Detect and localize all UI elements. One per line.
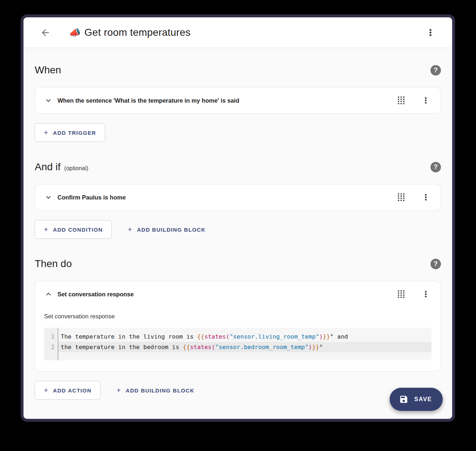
- code-text: The temperature in the living room is {{…: [58, 331, 432, 342]
- condition-card-header[interactable]: Confirm Paulus is home: [35, 184, 441, 210]
- code-line: 2 the temperature in the bedroom is {{st…: [44, 342, 432, 352]
- save-button[interactable]: SAVE: [390, 388, 443, 411]
- when-section-header: When ?: [35, 63, 441, 78]
- then-do-heading: Then do: [35, 258, 72, 270]
- kebab-menu-icon: [426, 28, 435, 37]
- overflow-menu-button[interactable]: [423, 25, 438, 40]
- page-title: Get room temperatures: [84, 27, 190, 38]
- add-condition-label: ADD CONDITION: [53, 227, 103, 233]
- add-trigger-button[interactable]: + ADD TRIGGER: [35, 123, 105, 142]
- plus-icon: +: [128, 226, 133, 233]
- then-do-help-icon[interactable]: ?: [430, 259, 441, 269]
- kebab-menu-icon: [421, 96, 430, 105]
- header-toolbar: 📣 Get room temperatures: [23, 17, 452, 48]
- plus-icon: +: [116, 386, 121, 394]
- trigger-menu-button[interactable]: [419, 94, 433, 107]
- optional-label: (optional): [64, 165, 89, 172]
- action-drag-handle[interactable]: [394, 287, 408, 301]
- add-building-block-label: ADD BUILDING BLOCK: [126, 387, 194, 394]
- add-condition-button[interactable]: + ADD CONDITION: [35, 220, 112, 239]
- and-if-heading: And if: [35, 161, 61, 173]
- trigger-expand-button[interactable]: [42, 94, 55, 107]
- arrow-back-icon: [40, 27, 51, 38]
- add-action-button[interactable]: + ADD ACTION: [35, 381, 100, 400]
- automation-emoji: 📣: [69, 28, 81, 37]
- chevron-up-icon: [44, 290, 53, 298]
- line-number: 1: [44, 331, 58, 342]
- editor-content: When ? When the sentence 'What is the te…: [23, 48, 452, 419]
- trigger-card: When the sentence 'What is the temperatu…: [35, 87, 441, 114]
- save-label: SAVE: [414, 396, 432, 403]
- action-collapse-button[interactable]: [42, 288, 55, 300]
- condition-card: Confirm Paulus is home: [35, 184, 441, 211]
- drag-handle-icon: [398, 96, 404, 104]
- kebab-menu-icon: [421, 290, 430, 298]
- condition-drag-handle[interactable]: [394, 190, 408, 204]
- condition-title: Confirm Paulus is home: [57, 194, 394, 201]
- when-heading: When: [35, 64, 61, 76]
- add-trigger-label: ADD TRIGGER: [53, 130, 96, 136]
- code-text: the temperature in the bedroom is {{stat…: [58, 342, 432, 352]
- response-field-label: Set conversation response: [35, 313, 441, 320]
- action-card-header[interactable]: Set conversation response: [35, 281, 441, 307]
- add-building-block-label: ADD BUILDING BLOCK: [137, 227, 206, 233]
- template-code-editor[interactable]: 1 The temperature in the living room is …: [44, 328, 432, 360]
- plus-icon: +: [44, 129, 49, 136]
- action-menu-button[interactable]: [419, 287, 433, 301]
- drag-handle-icon: [398, 193, 404, 201]
- kebab-menu-icon: [421, 193, 430, 202]
- add-building-block-button-conditions[interactable]: + ADD BUILDING BLOCK: [119, 220, 214, 239]
- back-button[interactable]: [38, 25, 52, 40]
- add-action-label: ADD ACTION: [53, 387, 92, 394]
- trigger-card-header[interactable]: When the sentence 'What is the temperatu…: [35, 87, 441, 113]
- add-building-block-button-actions[interactable]: + ADD BUILDING BLOCK: [108, 381, 203, 400]
- and-if-help-icon[interactable]: ?: [430, 162, 441, 172]
- condition-menu-button[interactable]: [419, 190, 433, 204]
- chevron-down-icon: [44, 193, 53, 202]
- action-card: Set conversation response Set conversati…: [35, 281, 441, 371]
- condition-expand-button[interactable]: [42, 191, 55, 203]
- save-icon: [399, 395, 408, 404]
- trigger-drag-handle[interactable]: [394, 94, 408, 107]
- code-line: 1 The temperature in the living room is …: [44, 331, 432, 342]
- drag-handle-icon: [398, 290, 404, 298]
- plus-icon: +: [44, 226, 49, 233]
- action-title: Set conversation response: [57, 291, 394, 298]
- chevron-down-icon: [44, 96, 53, 105]
- then-do-section-header: Then do ?: [35, 256, 441, 271]
- and-if-section-header: And if (optional) ?: [35, 159, 441, 175]
- automation-editor-window: 📣 Get room temperatures When ? When the …: [21, 14, 455, 422]
- trigger-title: When the sentence 'What is the temperatu…: [57, 97, 394, 104]
- title-group: 📣 Get room temperatures: [69, 27, 190, 38]
- plus-icon: +: [44, 386, 49, 394]
- line-number: 2: [44, 342, 58, 352]
- when-help-icon[interactable]: ?: [430, 65, 441, 76]
